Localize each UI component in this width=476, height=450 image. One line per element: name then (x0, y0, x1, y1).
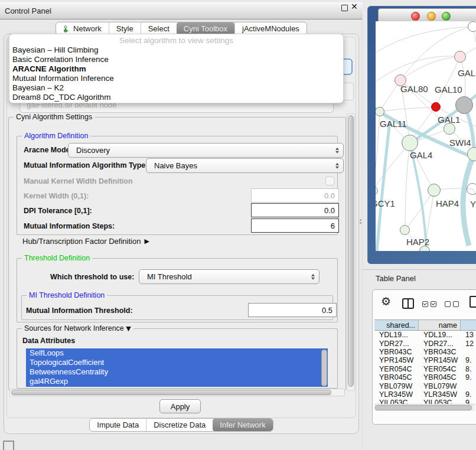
scrollbar-thumb[interactable] (348, 115, 354, 387)
cell[interactable]: YPR145W (419, 356, 461, 364)
table-row[interactable]: YBR045C YBR045C 9. (374, 373, 476, 381)
node-gal[interactable] (454, 51, 466, 63)
cell[interactable]: YBL079W (374, 382, 419, 390)
splitter-handle[interactable] (360, 222, 361, 224)
node-unlabeled[interactable] (468, 21, 476, 32)
manual-kernel-checkbox[interactable] (325, 177, 334, 185)
sources-toggle[interactable]: Sources for Network Inference ▼ (22, 324, 133, 332)
attributes-scrollbar[interactable] (321, 350, 327, 386)
node-y[interactable] (467, 183, 476, 195)
cell[interactable]: YBL079W (419, 382, 461, 390)
data-attributes-list[interactable]: SelfLoops TopologicalCoefficient Between… (26, 348, 328, 387)
tab-discretize-data[interactable]: Discretize Data (146, 419, 213, 431)
cell[interactable]: YBR045C (419, 373, 461, 381)
columns-icon[interactable] (402, 298, 414, 309)
cell[interactable]: YER054C (419, 365, 461, 373)
network-icon (63, 25, 70, 32)
node-red[interactable] (431, 102, 441, 112)
deselect-all-icon[interactable] (445, 301, 459, 307)
algorithm-option-selected[interactable]: ARACNE Algorithm (9, 64, 343, 74)
algorithm-option[interactable]: Mutual Information Inference (9, 74, 343, 83)
cell[interactable]: YDR27... (419, 340, 461, 348)
cell[interactable]: YPR145W (374, 356, 419, 364)
mi-threshold-field[interactable]: 0.5 (248, 303, 337, 317)
mi-threshold-value: 0.5 (322, 306, 332, 315)
node-gal1[interactable] (444, 123, 455, 135)
column-header-shared-name[interactable]: shared... (374, 319, 419, 331)
data-attributes-label: Data Attributes (22, 337, 75, 345)
splitter-handle[interactable] (360, 219, 361, 221)
gear-icon[interactable]: ⚙ (381, 295, 391, 308)
dock-panel-icon[interactable] (3, 441, 14, 450)
table-row[interactable]: YLR345W YLR345W 9. (374, 390, 476, 399)
attribute-item[interactable]: TopologicalCoefficient (26, 358, 328, 367)
export-table-icon[interactable] (470, 296, 476, 308)
node-gal10[interactable] (455, 96, 473, 114)
attribute-item[interactable]: SelfLoops (26, 348, 328, 358)
which-threshold-select[interactable]: MI Threshold (139, 269, 319, 284)
zoom-traffic-light[interactable] (442, 12, 451, 21)
kernel-width-label: Kernel Width (0,1): (24, 192, 89, 200)
column-header-name[interactable]: name (419, 319, 461, 331)
checked-box-icon (431, 301, 436, 307)
attribute-item[interactable]: gal4RGexp (26, 377, 328, 386)
algorithm-option[interactable]: Bayesian – Hill Climbing (9, 45, 343, 55)
table-row[interactable]: YER054C YER054C 8. (374, 365, 476, 373)
kernel-width-field[interactable]: 0.0 (251, 188, 339, 203)
cell[interactable]: YER054C (374, 365, 419, 373)
cell[interactable]: YBR043C (374, 348, 419, 356)
dpi-tolerance-field[interactable]: 0.0 (251, 203, 339, 217)
float-window-icon[interactable] (341, 5, 348, 11)
cell[interactable]: YDL19... (374, 331, 419, 339)
node-hap2[interactable] (400, 225, 410, 235)
network-canvas[interactable]: GAL GAL80 GAL10 GAL11 GAL1 SWI4 GAL4 GCY… (376, 21, 476, 251)
tab-jactivemnodules[interactable]: jActiveMNodules (234, 22, 307, 35)
table-row[interactable]: YDL19... YDL19... 13 (374, 331, 476, 339)
cell[interactable]: YBR043C (419, 348, 461, 356)
group-title: Algorithm Definition (22, 132, 90, 140)
cell[interactable]: YDL19... (419, 331, 461, 339)
node-gal4[interactable] (402, 135, 418, 151)
algorithm-option[interactable]: Basic Correlation Inference (9, 55, 343, 64)
cell[interactable]: 9. (461, 356, 476, 364)
cell[interactable]: YDR27... (374, 340, 419, 348)
tab-infer-network[interactable]: Infer Network (213, 419, 272, 431)
settings-vertical-scrollbar[interactable] (347, 113, 355, 391)
attribute-item[interactable]: BetweennessCentrality (26, 367, 328, 377)
aracne-mode-select[interactable]: Discovery (68, 143, 344, 158)
tab-style[interactable]: Style (109, 22, 141, 35)
cell[interactable]: YLR345W (374, 390, 419, 399)
tab-impute-data[interactable]: Impute Data (90, 419, 146, 431)
hub-definition-toggle[interactable]: Hub/Transcription Factor Definition ▶ (22, 237, 149, 246)
select-all-icon[interactable] (422, 301, 436, 307)
tab-select[interactable]: Select (141, 22, 177, 35)
minimize-traffic-light[interactable] (427, 12, 436, 21)
algorithm-option[interactable]: Bayesian – K2 (9, 83, 343, 93)
table-row[interactable]: YBL079W YBL079W (374, 381, 476, 390)
cell[interactable]: YBR045C (374, 373, 419, 381)
cell[interactable]: 12 (461, 340, 476, 348)
cell[interactable]: 13 (461, 331, 476, 339)
close-traffic-light[interactable] (411, 12, 420, 21)
tab-network[interactable]: Network (56, 22, 109, 35)
cell[interactable]: YLR345W (419, 390, 461, 399)
settings-horizontal-scrollbar[interactable] (9, 389, 345, 396)
table-row[interactable]: YPR145W YPR145W 9. (374, 356, 476, 364)
cell[interactable]: 9. (461, 390, 476, 399)
scrollbar-thumb[interactable] (11, 390, 331, 395)
mi-steps-field[interactable]: 6 (251, 219, 339, 233)
close-icon[interactable]: ✕ (351, 2, 358, 11)
apply-button[interactable]: Apply (159, 399, 201, 413)
algorithm-option[interactable]: Dream8 DC_TDC Algorithm (9, 93, 343, 102)
cell[interactable]: 9. (461, 373, 476, 381)
table-row[interactable]: YBR043C YBR043C (374, 348, 476, 356)
screenshot-stage: Control Panel ✕ Network Style Select Cyn… (0, 0, 476, 450)
column-header-partial[interactable] (461, 319, 476, 331)
mi-type-select[interactable]: Naive Bayes (146, 158, 344, 173)
scrollbar-thumb[interactable] (375, 405, 472, 410)
tab-cyni-toolbox[interactable]: Cyni Toolbox (177, 22, 234, 35)
cell[interactable]: 8. (461, 365, 476, 373)
node-hap4[interactable] (428, 184, 441, 197)
table-row[interactable]: YDR27... YDR27... 12 (374, 339, 476, 347)
table-horizontal-scrollbar[interactable] (374, 404, 475, 411)
